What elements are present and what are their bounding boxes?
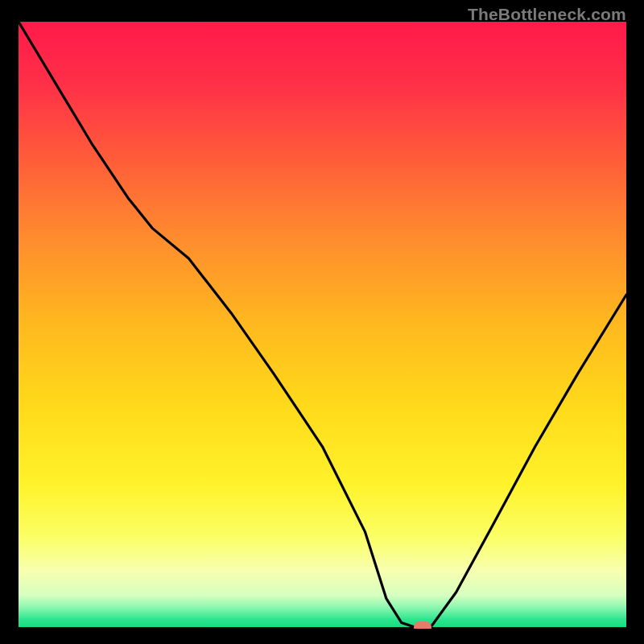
watermark-text: TheBottleneck.com: [468, 5, 626, 24]
optimal-marker: [414, 621, 431, 629]
curve-layer: [19, 22, 626, 629]
bottleneck-curve: [19, 22, 626, 629]
plot-area: [19, 22, 626, 629]
bottleneck-chart: TheBottleneck.com: [0, 0, 644, 644]
